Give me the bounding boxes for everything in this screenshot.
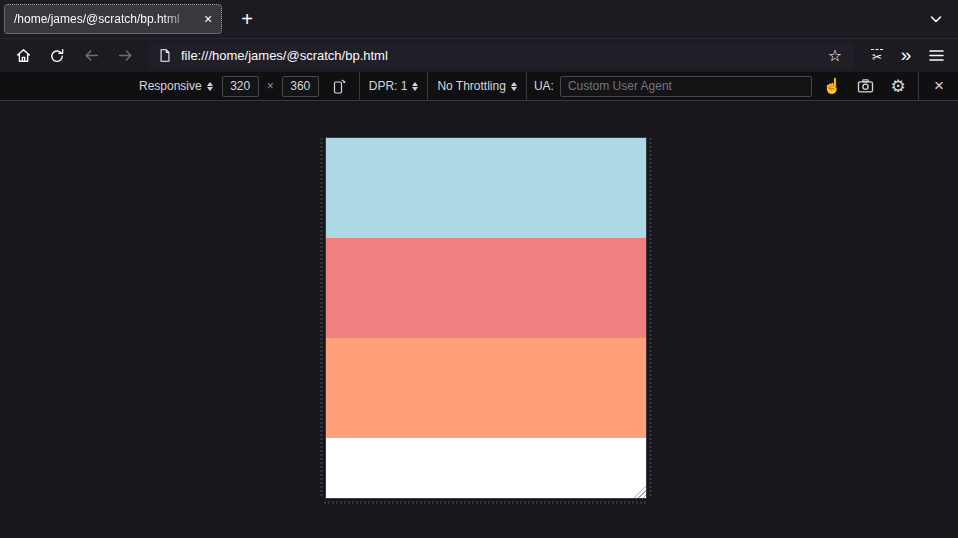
rdm-content-area xyxy=(0,101,958,538)
home-button[interactable] xyxy=(8,42,38,70)
ua-label: UA: xyxy=(534,79,554,93)
touch-simulation-button[interactable]: ☝ xyxy=(819,74,845,98)
screenshots-button[interactable]: ✂ xyxy=(864,43,890,69)
updown-arrows-icon xyxy=(412,82,418,91)
lightblue-stripe xyxy=(326,138,646,238)
overflow-menu-button[interactable]: » xyxy=(894,43,918,69)
user-agent-input[interactable] xyxy=(560,76,812,97)
viewport-resize-bar-bottom[interactable] xyxy=(324,501,648,504)
viewport-resize-bar-right[interactable] xyxy=(649,138,652,498)
reload-button[interactable] xyxy=(42,42,72,70)
toolbar-divider xyxy=(918,72,919,100)
page-document-icon xyxy=(158,48,172,63)
viewport-page[interactable] xyxy=(326,138,646,498)
url-bar[interactable]: file:///home/james/@scratch/bp.html ☆ xyxy=(148,43,854,69)
viewport-height-input[interactable] xyxy=(282,76,319,97)
forward-button[interactable] xyxy=(110,42,140,70)
viewport-width-input[interactable] xyxy=(222,76,259,97)
back-button[interactable] xyxy=(76,42,106,70)
dpr-selector[interactable]: DPR: 1 xyxy=(367,79,421,93)
throttling-selector[interactable]: No Throttling xyxy=(435,79,518,93)
close-rdm-button[interactable]: × xyxy=(926,74,952,98)
toolbar-divider xyxy=(427,72,428,100)
new-tab-button[interactable]: + xyxy=(233,5,261,33)
scissors-icon: ✂ xyxy=(872,51,882,63)
rotate-viewport-button[interactable] xyxy=(326,74,352,98)
camera-icon xyxy=(857,78,874,94)
hamburger-icon xyxy=(929,49,944,62)
viewport-resize-bar-left[interactable] xyxy=(320,138,323,498)
device-selector-label: Responsive xyxy=(139,79,202,93)
active-tab[interactable]: /home/james/@scratch/bp.html × xyxy=(4,4,222,34)
lightsalmon-stripe xyxy=(326,338,646,438)
back-arrow-icon xyxy=(83,47,100,64)
url-text: file:///home/james/@scratch/bp.html xyxy=(181,48,388,63)
throttling-label: No Throttling xyxy=(437,79,505,93)
updown-arrows-icon xyxy=(511,82,517,91)
app-menu-button[interactable] xyxy=(922,43,950,69)
white-stripe xyxy=(326,438,646,498)
rdm-settings-button[interactable]: ⚙ xyxy=(885,74,911,98)
gear-icon: ⚙ xyxy=(890,78,905,95)
tab-title: /home/james/@scratch/bp.html xyxy=(14,12,199,26)
toolbar-divider xyxy=(359,72,360,100)
tab-bar: /home/james/@scratch/bp.html × + xyxy=(0,0,958,38)
device-selector[interactable]: Responsive xyxy=(137,79,215,93)
touch-hand-icon: ☝ xyxy=(823,77,842,95)
screenshot-viewport-button[interactable] xyxy=(852,74,878,98)
bookmark-star-icon[interactable]: ☆ xyxy=(823,44,847,68)
lightcoral-stripe xyxy=(326,238,646,338)
rotate-device-icon xyxy=(330,78,347,95)
size-separator: × xyxy=(266,79,275,93)
tab-close-icon[interactable]: × xyxy=(199,10,217,28)
forward-arrow-icon xyxy=(117,47,134,64)
updown-arrows-icon xyxy=(207,82,213,91)
list-all-tabs-button[interactable] xyxy=(928,11,944,27)
user-agent-section: UA: xyxy=(534,76,812,97)
reload-icon xyxy=(49,48,65,64)
navigation-toolbar: file:///home/james/@scratch/bp.html ☆ ✂ … xyxy=(0,38,958,72)
dpr-label: DPR: 1 xyxy=(369,79,408,93)
chevron-down-icon xyxy=(928,11,944,27)
toolbar-divider xyxy=(526,72,527,100)
home-icon xyxy=(15,47,32,64)
responsive-design-mode-toolbar: Responsive × DPR: 1 No Throttling UA: ☝ … xyxy=(0,72,958,101)
